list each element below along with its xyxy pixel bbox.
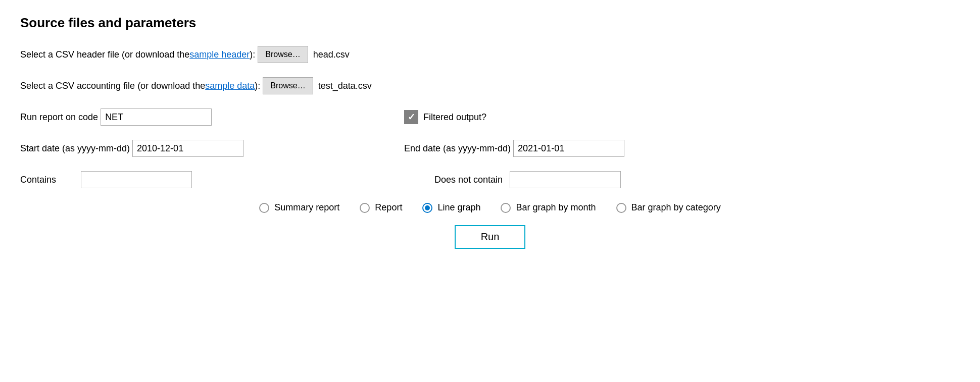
radio-label-report: Report xyxy=(375,202,402,213)
radio-circle-linegraph[interactable] xyxy=(422,203,432,213)
does-not-contain-input[interactable] xyxy=(510,171,621,188)
contains-input[interactable] xyxy=(81,171,192,188)
radio-label-bargraphmonth: Bar graph by month xyxy=(516,202,596,213)
run-report-row: Run report on code ✓ Filtered output? xyxy=(20,108,960,126)
radio-option-summary[interactable]: Summary report xyxy=(259,202,339,213)
csv-accounting-browse-button[interactable]: Browse… xyxy=(263,77,313,94)
start-date-label: Start date (as yyyy-mm-dd) xyxy=(20,143,130,154)
radio-option-report[interactable]: Report xyxy=(360,202,402,213)
page-title: Source files and parameters xyxy=(20,15,960,31)
filtered-output-label: Filtered output? xyxy=(423,112,486,123)
radio-option-bargraphmonth[interactable]: Bar graph by month xyxy=(501,202,596,213)
radio-circle-report[interactable] xyxy=(360,203,370,213)
filtered-output-checkbox[interactable]: ✓ xyxy=(404,110,418,124)
filter-row: Contains Does not contain xyxy=(20,171,960,188)
radio-option-bargraphcategory[interactable]: Bar graph by category xyxy=(616,202,721,213)
csv-accounting-row: Select a CSV accounting file (or downloa… xyxy=(20,77,960,94)
csv-header-browse-button[interactable]: Browse… xyxy=(258,46,308,63)
does-not-contain-label: Does not contain xyxy=(434,175,503,185)
csv-header-label: Select a CSV header file (or download th… xyxy=(20,49,189,60)
csv-header-row: Select a CSV header file (or download th… xyxy=(20,46,960,63)
sample-data-link[interactable]: sample data xyxy=(205,81,255,91)
run-button[interactable]: Run xyxy=(455,225,526,249)
csv-accounting-filename: test_data.csv xyxy=(318,81,372,91)
csv-header-suffix: ): xyxy=(250,49,255,60)
run-report-label: Run report on code xyxy=(20,112,98,123)
start-date-input[interactable] xyxy=(132,140,243,157)
radio-option-linegraph[interactable]: Line graph xyxy=(422,202,480,213)
contains-label: Contains xyxy=(20,175,81,185)
csv-header-filename: head.csv xyxy=(313,49,350,60)
radio-circle-bargraphcategory[interactable] xyxy=(616,203,626,213)
radio-label-summary: Summary report xyxy=(274,202,339,213)
sample-header-link[interactable]: sample header xyxy=(189,49,250,60)
radio-circle-bargraphmonth[interactable] xyxy=(501,203,511,213)
report-type-radio-group: Summary report Report Line graph Bar gra… xyxy=(20,202,960,213)
csv-accounting-suffix: ): xyxy=(255,81,260,91)
radio-label-linegraph: Line graph xyxy=(437,202,480,213)
end-date-input[interactable] xyxy=(513,140,624,157)
csv-accounting-label: Select a CSV accounting file (or downloa… xyxy=(20,81,205,91)
radio-label-bargraphcategory: Bar graph by category xyxy=(631,202,721,213)
end-date-label: End date (as yyyy-mm-dd) xyxy=(404,143,511,154)
radio-circle-summary[interactable] xyxy=(259,203,269,213)
run-report-input[interactable] xyxy=(101,108,212,126)
dates-row: Start date (as yyyy-mm-dd) End date (as … xyxy=(20,140,960,157)
checkmark-icon: ✓ xyxy=(408,112,415,123)
